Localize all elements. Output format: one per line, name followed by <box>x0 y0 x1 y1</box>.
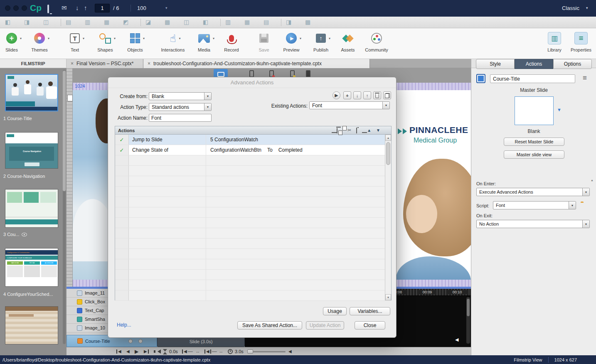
toolbar-library-button[interactable]: ▥ Library <box>541 30 568 57</box>
toolbar-slides-button[interactable]: +▾ Slides <box>0 30 23 57</box>
caret-down-icon[interactable]: ▼ <box>569 202 576 209</box>
action-row-empty[interactable] <box>115 166 391 176</box>
action-row-empty[interactable] <box>115 187 391 197</box>
window-close-button[interactable] <box>5 5 10 11</box>
tab-actions[interactable]: Actions <box>515 59 553 69</box>
play-action-icon[interactable]: ▶ <box>332 91 340 99</box>
chevron-down-icon[interactable]: ▾ <box>20 37 22 40</box>
action-row-empty[interactable] <box>115 259 391 270</box>
filmstrip-scrollbar[interactable] <box>63 70 66 344</box>
chevron-down-icon[interactable]: ▾ <box>213 37 214 40</box>
screen-icon[interactable] <box>47 5 49 12</box>
tab-style[interactable]: Style <box>476 59 515 69</box>
chevron-down-icon[interactable]: ▾ <box>179 37 181 40</box>
action-row-empty[interactable] <box>115 207 391 218</box>
zoom-slider-handle[interactable] <box>247 349 253 354</box>
master-slide-view-button[interactable]: Master slide view <box>504 150 564 159</box>
slide-thumbnail-3[interactable] <box>5 189 58 228</box>
move-down-icon[interactable]: ▼ <box>376 128 380 133</box>
toolbar-publish-button[interactable]: ↑▾ Publish <box>308 30 334 57</box>
device-tablet-button[interactable] <box>249 70 254 77</box>
collapse-panel-icon[interactable]: ▲ <box>591 179 594 182</box>
caret-down-icon[interactable]: ▼ <box>204 103 211 111</box>
tab-options[interactable]: Options <box>553 59 592 69</box>
toolbar-assets-button[interactable]: Assets <box>335 30 361 57</box>
audio-icon[interactable] <box>153 349 161 354</box>
help-link[interactable]: Help... <box>117 322 131 328</box>
toolbar-save-button[interactable]: Save <box>251 30 277 57</box>
reset-master-slide-button[interactable]: Reset Master Slide <box>504 138 564 146</box>
panel-menu-icon[interactable]: ≡ <box>583 74 587 82</box>
action-row-empty[interactable] <box>115 197 391 207</box>
document-tab[interactable]: × troubleshoot-Configuration-And-Customi… <box>143 59 370 68</box>
toolbar-text-button[interactable]: T▾ Text <box>62 30 88 57</box>
toolbar-shapes-button[interactable]: ▾ Shapes <box>92 30 118 57</box>
toolbar-record-button[interactable]: Record <box>218 30 245 57</box>
action-row-empty[interactable] <box>115 239 391 249</box>
eye-icon[interactable] <box>22 233 27 236</box>
save-as-shared-action-button[interactable]: Save As Shared Action... <box>237 321 302 330</box>
jump-to-start-button[interactable]: ◀ <box>116 349 121 354</box>
chevron-down-icon[interactable]: ▾ <box>143 37 145 40</box>
close-button[interactable]: Close <box>355 321 385 330</box>
usage-button[interactable]: Usage <box>323 307 347 315</box>
step-back-button[interactable]: ◀ <box>126 349 130 354</box>
action-row-empty[interactable] <box>115 280 391 290</box>
chevron-down-icon[interactable]: ▾ <box>48 37 49 40</box>
existing-actions-select[interactable]: Font▼ <box>309 101 390 109</box>
paste-row-icon[interactable] <box>356 128 357 133</box>
action-row-empty[interactable] <box>115 155 391 166</box>
workspace-caret-icon[interactable]: ▾ <box>586 6 588 10</box>
chevron-down-icon[interactable]: ▾ <box>300 37 301 40</box>
layer-visibility-toggle[interactable] <box>128 339 133 343</box>
move-up-icon[interactable]: ▲ <box>367 128 371 133</box>
action-row[interactable]: ✓ Change State of ConfigurationWatchBtnT… <box>115 145 391 155</box>
chevron-down-icon[interactable]: ▾ <box>114 37 116 40</box>
workspace-selector[interactable]: Classic <box>562 5 579 11</box>
upload-icon[interactable]: ↑ <box>84 4 87 11</box>
mail-icon[interactable]: ✉ <box>62 4 67 12</box>
action-row-empty[interactable] <box>115 270 391 280</box>
duplicate-action-icon[interactable] <box>383 91 391 99</box>
device-phone-button[interactable] <box>306 70 310 77</box>
chevron-down-icon[interactable]: ▾ <box>83 37 84 40</box>
script-select[interactable]: Font▼ <box>493 201 576 209</box>
page-icon[interactable] <box>67 95 73 101</box>
timeline-end-marker[interactable]: ◀ <box>455 337 458 342</box>
jump-to-end-button[interactable]: ▶ <box>144 349 149 354</box>
chevron-down-icon[interactable]: ▾ <box>329 37 330 40</box>
toolbar-themes-button[interactable]: ▾ Themes <box>26 30 53 57</box>
variables-button[interactable]: Variables... <box>350 307 390 315</box>
scroll-left-icon[interactable]: ◀ <box>288 349 292 354</box>
action-row-empty[interactable] <box>115 290 391 301</box>
action-row-empty[interactable] <box>115 218 391 228</box>
caret-down-icon[interactable]: ▼ <box>582 188 589 196</box>
toolbar-interactions-button[interactable]: ☝▾ Interactions <box>157 30 189 57</box>
object-name-input[interactable] <box>490 74 575 83</box>
scroll-down-icon[interactable]: ▼ <box>385 294 391 300</box>
slide-thumbnail-1[interactable] <box>5 74 58 111</box>
create-from-select[interactable]: Blank▼ <box>149 92 212 100</box>
caret-down-icon[interactable]: ▼ <box>382 102 389 109</box>
timeline-scrollbar[interactable] <box>466 297 470 344</box>
caret-down-icon[interactable]: ▼ <box>204 93 211 100</box>
action-name-input[interactable] <box>149 114 212 122</box>
action-type-select[interactable]: Standard actions▼ <box>149 103 212 111</box>
device-phone-button[interactable] <box>269 70 274 77</box>
master-slide-caret-icon[interactable]: ▼ <box>557 107 562 112</box>
layer-lock-toggle[interactable] <box>138 339 143 343</box>
on-enter-select[interactable]: Execute Advanced Actions▼ <box>476 188 590 196</box>
new-action-icon[interactable]: + <box>343 91 351 99</box>
window-zoom-button[interactable] <box>22 5 27 11</box>
delete-action-icon[interactable] <box>373 91 381 99</box>
toolbar-community-button[interactable]: Community <box>361 30 392 57</box>
action-row-empty[interactable] <box>115 249 391 259</box>
action-row-empty[interactable] <box>115 176 391 187</box>
delete-row-icon[interactable] <box>337 128 337 133</box>
play-button[interactable]: ▶ <box>135 349 138 354</box>
toolbar-properties-button[interactable]: ≡ Properties <box>568 30 594 57</box>
export-action-icon[interactable]: ↑ <box>363 91 371 99</box>
slide-thumbnail-4[interactable]: Configuration & Customization CONFIGURE … <box>5 248 58 287</box>
on-exit-select[interactable]: No Action▼ <box>476 220 590 228</box>
slide-thumbnail-5[interactable] <box>5 306 58 344</box>
